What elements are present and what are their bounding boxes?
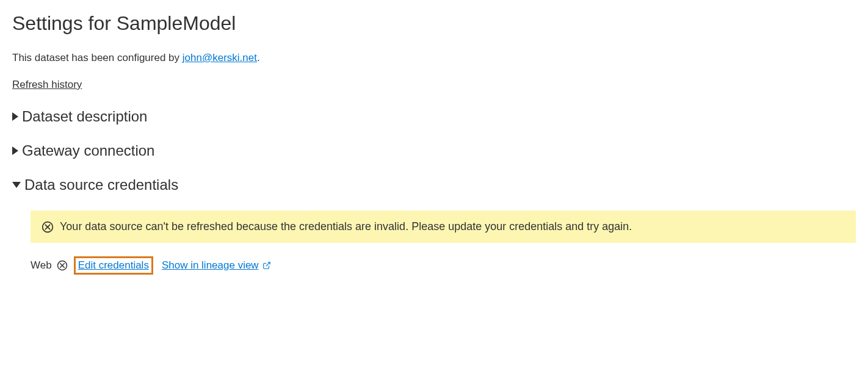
configured-suffix: . <box>257 52 260 63</box>
refresh-history-link[interactable]: Refresh history <box>12 79 82 91</box>
section-data-source-credentials: Data source credentials Your data source… <box>12 176 856 275</box>
error-circle-icon <box>42 221 54 233</box>
section-gateway-connection: Gateway connection <box>12 142 856 159</box>
section-dataset-description: Dataset description <box>12 108 856 125</box>
lineage-link-wrap: Show in lineage view <box>162 259 271 272</box>
show-lineage-link[interactable]: Show in lineage view <box>162 259 259 272</box>
svg-line-6 <box>266 262 269 266</box>
datasource-row: Web Edit credentials Show in lineage vie… <box>31 256 856 275</box>
warning-banner: Your data source can't be refreshed beca… <box>31 211 856 243</box>
page-title: Settings for SampleModel <box>12 12 856 35</box>
section-header-gateway-connection[interactable]: Gateway connection <box>12 142 856 159</box>
error-circle-icon <box>57 260 68 271</box>
section-label: Gateway connection <box>22 142 154 159</box>
caret-right-icon <box>12 112 18 121</box>
configured-prefix: This dataset has been configured by <box>12 52 183 63</box>
edit-credentials-highlight: Edit credentials <box>74 256 153 275</box>
configured-by-email-link[interactable]: john@kerski.net <box>183 52 257 63</box>
section-label: Data source credentials <box>24 176 178 193</box>
section-body-data-source-credentials: Your data source can't be refreshed beca… <box>12 211 856 275</box>
section-header-data-source-credentials[interactable]: Data source credentials <box>12 176 856 193</box>
edit-credentials-link[interactable]: Edit credentials <box>78 259 149 272</box>
section-label: Dataset description <box>22 108 147 125</box>
caret-right-icon <box>12 146 18 155</box>
datasource-type-label: Web <box>31 259 52 272</box>
configured-by-text: This dataset has been configured by john… <box>12 52 856 64</box>
warning-text: Your data source can't be refreshed beca… <box>60 220 632 233</box>
external-link-icon <box>262 261 271 270</box>
caret-down-icon <box>12 182 21 188</box>
error-icon-wrap <box>42 221 54 233</box>
section-header-dataset-description[interactable]: Dataset description <box>12 108 856 125</box>
